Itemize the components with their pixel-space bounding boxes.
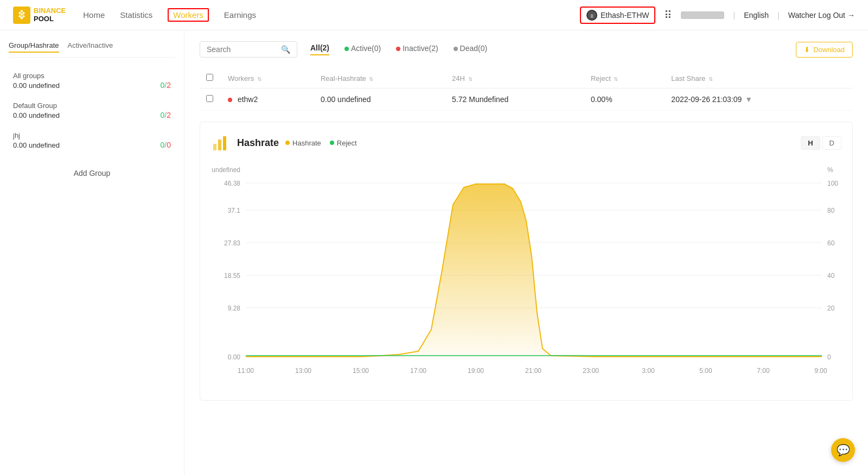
group-stats-jhj: 0.00 undefined 0/0 bbox=[13, 141, 171, 149]
logout-icon: → bbox=[847, 11, 855, 20]
search-icon: 🔍 bbox=[281, 45, 290, 54]
sort-reject-icon[interactable]: ⇅ bbox=[614, 76, 618, 82]
sort-workers-icon[interactable]: ⇅ bbox=[257, 76, 261, 82]
user-icon[interactable]: ⠿ bbox=[664, 9, 672, 22]
download-button[interactable]: ⬇ Download bbox=[796, 42, 853, 58]
svg-text:20: 20 bbox=[827, 305, 835, 312]
svg-text:Ξ: Ξ bbox=[590, 14, 593, 18]
group-hashrate-all: 0.00 undefined bbox=[13, 81, 60, 90]
svg-text:19:00: 19:00 bbox=[468, 367, 484, 375]
active-dot bbox=[344, 47, 349, 51]
sidebar-tab-group-hashrate[interactable]: Group/Hashrate bbox=[9, 41, 59, 53]
svg-text:60: 60 bbox=[827, 239, 835, 247]
chart-area: undefined 46.38 37.1 27.83 18.55 9.28 0.… bbox=[211, 161, 841, 389]
inactive-dot bbox=[396, 47, 400, 51]
expand-icon[interactable]: ▼ bbox=[745, 95, 752, 104]
lang-divider2: | bbox=[777, 11, 780, 20]
nav-statistics[interactable]: Statistics bbox=[120, 8, 152, 22]
coin-selector[interactable]: Ξ Ethash-ETHW bbox=[580, 7, 655, 24]
filter-tab-all[interactable]: All(2) bbox=[310, 43, 329, 55]
sort-hashrate-icon[interactable]: ⇅ bbox=[369, 76, 373, 82]
sort-24h-icon[interactable]: ⇅ bbox=[468, 76, 473, 82]
sidebar-group-default[interactable]: Default Group 0.00 undefined 0/2 bbox=[9, 96, 175, 125]
logo-pool: POOL bbox=[34, 15, 66, 23]
svg-rect-5 bbox=[223, 136, 226, 150]
chart-section: Hashrate Hashrate Reject H D bbox=[200, 122, 853, 401]
coin-icon: Ξ bbox=[586, 10, 597, 21]
svg-text:7:00: 7:00 bbox=[757, 367, 770, 375]
search-input[interactable] bbox=[207, 45, 277, 54]
workers-table: Workers ⇅ Real-Hashrate ⇅ 24H ⇅ Reject ⇅… bbox=[200, 68, 853, 111]
svg-rect-3 bbox=[213, 144, 216, 150]
last-share-time: 2022-09-26 21:03:09 bbox=[671, 95, 742, 104]
filter-tab-active[interactable]: Active(0) bbox=[344, 44, 381, 55]
coin-selector-label: Ethash-ETHW bbox=[601, 11, 649, 20]
logo: BINANCE POOL bbox=[13, 7, 66, 24]
legend-reject-dot bbox=[330, 141, 334, 145]
sidebar-tab-active-inactive[interactable]: Active/Inactive bbox=[68, 41, 113, 53]
chart-svg: undefined 46.38 37.1 27.83 18.55 9.28 0.… bbox=[211, 161, 841, 389]
lang-divider: | bbox=[733, 11, 735, 20]
svg-text:undefined: undefined bbox=[212, 166, 240, 174]
filter-tab-dead[interactable]: Dead(0) bbox=[454, 44, 488, 55]
filter-tabs: All(2) Active(0) Inactive(2) Dead(0) bbox=[310, 43, 487, 55]
chart-btn-d[interactable]: D bbox=[822, 136, 841, 150]
group-name-default: Default Group bbox=[13, 102, 171, 110]
worker-status-dot bbox=[228, 98, 232, 102]
nav-earnings[interactable]: Earnings bbox=[224, 8, 256, 22]
svg-text:46.38: 46.38 bbox=[224, 180, 240, 187]
legend-hashrate-dot bbox=[285, 141, 290, 145]
add-group-button[interactable]: Add Group bbox=[9, 163, 175, 183]
reject-cell: 0.00% bbox=[584, 88, 665, 111]
chart-btn-h[interactable]: H bbox=[801, 136, 820, 150]
chart-controls: H D bbox=[801, 136, 841, 150]
col-last-share: Last Share ⇅ bbox=[665, 68, 853, 88]
col-24h: 24H ⇅ bbox=[445, 68, 584, 88]
search-box[interactable]: 🔍 bbox=[200, 41, 297, 58]
real-hashrate-cell: 0.00 undefined bbox=[314, 88, 445, 111]
svg-text:40: 40 bbox=[827, 272, 835, 280]
group-stats-all: 0.00 undefined 0/2 bbox=[13, 81, 171, 90]
watcher-logout-button[interactable]: Watcher Log Out → bbox=[788, 11, 855, 20]
svg-text:0: 0 bbox=[827, 353, 831, 361]
group-hashrate-default: 0.00 undefined bbox=[13, 111, 60, 119]
chart-header: Hashrate Hashrate Reject H D bbox=[211, 133, 841, 153]
h24-cell: 5.72 Mundefined bbox=[445, 88, 584, 111]
group-counts-jhj: 0/0 bbox=[161, 141, 171, 149]
row-checkbox-cell bbox=[200, 88, 221, 111]
chat-fab-button[interactable]: 💬 bbox=[831, 438, 855, 462]
download-icon: ⬇ bbox=[804, 46, 810, 54]
sidebar-group-jhj[interactable]: jhj 0.00 undefined 0/0 bbox=[9, 126, 175, 155]
table-row: ethw2 0.00 undefined 5.72 Mundefined 0.0… bbox=[200, 88, 853, 111]
legend-hashrate-label: Hashrate bbox=[292, 139, 321, 147]
header-right: Ξ Ethash-ETHW ⠿ | English | Watcher Log … bbox=[580, 7, 855, 24]
select-all-checkbox[interactable] bbox=[206, 74, 213, 81]
svg-text:18.55: 18.55 bbox=[224, 272, 240, 280]
nav-workers[interactable]: Workers bbox=[168, 8, 209, 22]
svg-text:37.1: 37.1 bbox=[228, 207, 241, 214]
chart-icon bbox=[211, 133, 231, 153]
chart-legend: Hashrate Reject bbox=[285, 139, 357, 147]
main-layout: Group/Hashrate Active/Inactive All group… bbox=[0, 30, 868, 475]
svg-text:80: 80 bbox=[827, 207, 835, 214]
svg-rect-4 bbox=[218, 140, 221, 150]
legend-reject: Reject bbox=[330, 139, 357, 147]
row-checkbox[interactable] bbox=[206, 95, 213, 102]
filter-tab-inactive[interactable]: Inactive(2) bbox=[396, 44, 438, 55]
sidebar-tabs: Group/Hashrate Active/Inactive bbox=[9, 41, 175, 58]
group-counts-all: 0/2 bbox=[161, 81, 171, 90]
svg-text:23:00: 23:00 bbox=[583, 367, 599, 375]
chart-title: Hashrate bbox=[237, 137, 279, 149]
group-hashrate-jhj: 0.00 undefined bbox=[13, 141, 60, 149]
svg-text:27.83: 27.83 bbox=[224, 239, 240, 247]
sidebar-group-all[interactable]: All groups 0.00 undefined 0/2 bbox=[9, 66, 175, 95]
group-name-all: All groups bbox=[13, 72, 171, 80]
group-name-jhj: jhj bbox=[13, 131, 171, 140]
language-selector[interactable]: English bbox=[744, 11, 769, 20]
worker-name: ethw2 bbox=[238, 95, 258, 104]
dead-dot bbox=[454, 47, 458, 51]
chat-icon: 💬 bbox=[837, 444, 850, 457]
nav-home[interactable]: Home bbox=[83, 8, 105, 22]
sort-last-share-icon[interactable]: ⇅ bbox=[709, 76, 713, 82]
sidebar: Group/Hashrate Active/Inactive All group… bbox=[0, 30, 184, 475]
